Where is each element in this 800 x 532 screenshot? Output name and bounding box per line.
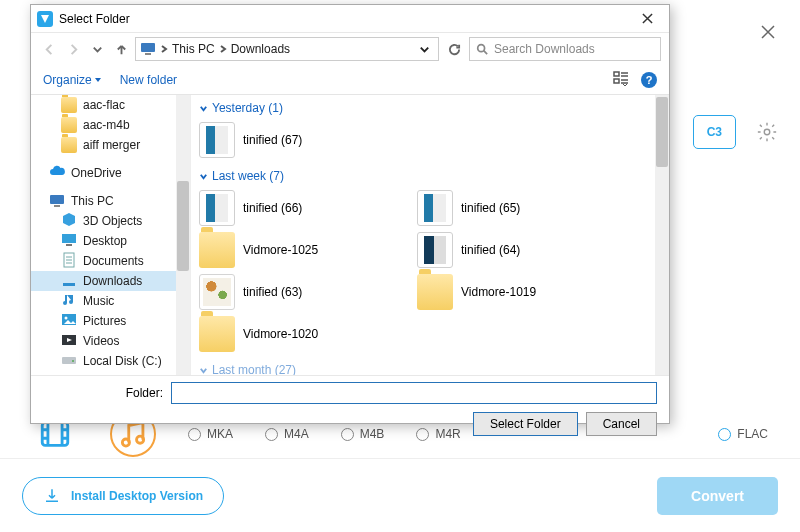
- folder-item[interactable]: tinified (66): [195, 187, 405, 229]
- folder-item[interactable]: Vidmore-1025: [195, 229, 405, 271]
- app-logo-icon: [37, 11, 53, 27]
- nav-tree: aac-flac aac-m4b aiff merger OneDrive Th…: [31, 95, 191, 375]
- folder-thumb-icon: [199, 190, 235, 226]
- files-scrollbar[interactable]: [655, 95, 669, 375]
- refresh-icon[interactable]: [443, 39, 465, 59]
- folder-item[interactable]: Vidmore-1019: [413, 271, 623, 313]
- group-header[interactable]: Yesterday (1): [199, 101, 669, 115]
- 3dobjects-icon: [61, 212, 77, 231]
- tree-scrollbar[interactable]: [176, 95, 190, 375]
- select-folder-dialog: Select Folder This PC Downloads Search D…: [30, 4, 670, 424]
- tree-item[interactable]: Desktop: [31, 231, 190, 251]
- format-flac[interactable]: FLAC: [718, 427, 768, 441]
- cancel-button[interactable]: Cancel: [586, 412, 657, 436]
- breadcrumb[interactable]: This PC Downloads: [135, 37, 439, 61]
- install-desktop-button[interactable]: Install Desktop Version: [22, 477, 224, 515]
- crumb-current[interactable]: Downloads: [231, 42, 290, 56]
- tree-item[interactable]: Pictures: [31, 311, 190, 331]
- convert-button[interactable]: Convert: [657, 477, 778, 515]
- organize-menu[interactable]: Organize: [43, 73, 102, 87]
- tree-item-thispc[interactable]: This PC: [31, 191, 190, 211]
- svg-point-19: [72, 360, 74, 362]
- svg-rect-7: [614, 72, 619, 76]
- onedrive-icon: [49, 164, 65, 183]
- recent-locations-icon[interactable]: [87, 39, 107, 59]
- svg-rect-18: [62, 357, 76, 364]
- file-pane: Yesterday (1) tinified (67) Last week (7…: [191, 95, 669, 375]
- nav-back-icon[interactable]: [39, 39, 59, 59]
- tree-item-downloads[interactable]: Downloads: [31, 271, 190, 291]
- folder-icon: [61, 97, 77, 113]
- search-input[interactable]: Search Downloads: [469, 37, 661, 61]
- svg-point-6: [478, 45, 485, 52]
- tree-item-onedrive[interactable]: OneDrive: [31, 163, 190, 183]
- dialog-title: Select Folder: [59, 12, 130, 26]
- search-placeholder: Search Downloads: [494, 42, 595, 56]
- drive-icon: [61, 352, 77, 371]
- crumb-root[interactable]: This PC: [172, 42, 215, 56]
- folder-thumb-icon: [199, 274, 235, 310]
- folder-icon: [61, 137, 77, 153]
- group-header[interactable]: Last week (7): [199, 169, 669, 183]
- codec-chip-c3[interactable]: C3: [693, 115, 736, 149]
- svg-rect-4: [141, 43, 155, 52]
- nav-forward-icon[interactable]: [63, 39, 83, 59]
- install-label: Install Desktop Version: [71, 489, 203, 503]
- chevron-right-icon: [160, 42, 168, 56]
- dialog-close-button[interactable]: [627, 6, 667, 32]
- svg-rect-14: [63, 283, 75, 286]
- tree-item[interactable]: aiff merger: [31, 135, 190, 155]
- desktop-icon: [61, 232, 77, 251]
- tree-item[interactable]: 3D Objects: [31, 211, 190, 231]
- folder-thumb-icon: [417, 232, 453, 268]
- tree-item[interactable]: Videos: [31, 331, 190, 351]
- folder-thumb-icon: [199, 232, 235, 268]
- svg-rect-9: [50, 195, 64, 204]
- tree-item[interactable]: Music: [31, 291, 190, 311]
- view-options-icon[interactable]: [613, 70, 629, 89]
- tree-item[interactable]: Local Disk (C:): [31, 351, 190, 371]
- select-folder-button[interactable]: Select Folder: [473, 412, 578, 436]
- svg-point-16: [65, 316, 68, 319]
- help-icon[interactable]: ?: [641, 72, 657, 88]
- svg-rect-10: [54, 205, 60, 207]
- pc-icon: [140, 41, 156, 57]
- documents-icon: [61, 252, 77, 271]
- svg-rect-5: [145, 53, 151, 55]
- folder-thumb-icon: [199, 316, 235, 352]
- folder-item[interactable]: tinified (67): [195, 119, 405, 161]
- chevron-right-icon: [219, 42, 227, 56]
- gear-icon[interactable]: [756, 121, 778, 143]
- music-icon: [61, 292, 77, 311]
- new-folder-button[interactable]: New folder: [120, 73, 177, 87]
- format-label: FLAC: [737, 427, 768, 441]
- app-close-button[interactable]: [758, 22, 778, 42]
- folder-name-input[interactable]: [171, 382, 657, 404]
- folder-thumb-icon: [417, 274, 453, 310]
- folder-thumb-icon: [417, 190, 453, 226]
- svg-rect-8: [614, 79, 619, 83]
- nav-up-icon[interactable]: [111, 39, 131, 59]
- folder-item[interactable]: tinified (63): [195, 271, 405, 313]
- folder-icon: [61, 117, 77, 133]
- search-icon: [476, 43, 488, 55]
- svg-rect-11: [62, 234, 76, 243]
- group-header[interactable]: Last month (27): [199, 363, 669, 375]
- pictures-icon: [61, 312, 77, 331]
- downloads-icon: [61, 272, 77, 291]
- svg-point-0: [764, 129, 770, 135]
- tree-item[interactable]: aac-flac: [31, 95, 190, 115]
- folder-field-label: Folder:: [43, 386, 163, 400]
- folder-thumb-icon: [199, 122, 235, 158]
- tree-item[interactable]: aac-m4b: [31, 115, 190, 135]
- folder-item[interactable]: Vidmore-1020: [195, 313, 405, 355]
- folder-item[interactable]: tinified (64): [413, 229, 623, 271]
- videos-icon: [61, 332, 77, 351]
- pc-icon: [49, 193, 65, 209]
- tree-item[interactable]: Documents: [31, 251, 190, 271]
- chevron-down-icon[interactable]: [414, 39, 434, 59]
- svg-rect-12: [66, 244, 72, 246]
- folder-item[interactable]: tinified (65): [413, 187, 623, 229]
